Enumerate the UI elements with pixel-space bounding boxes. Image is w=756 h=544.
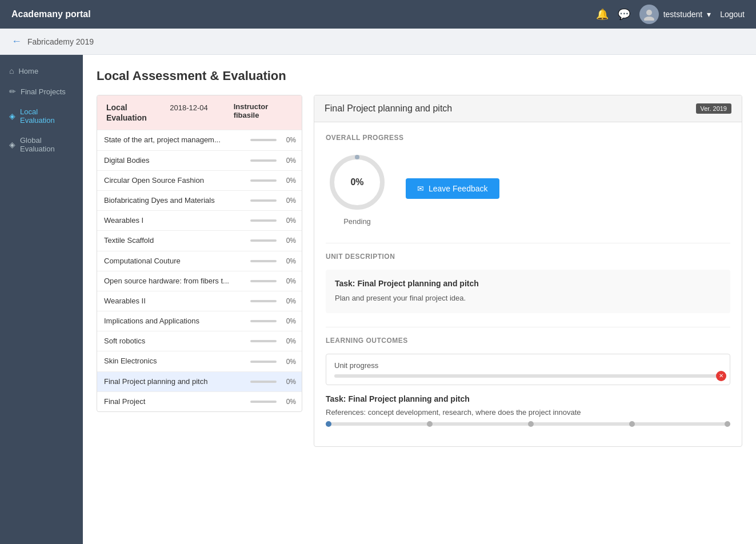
eval-rows-container: State of the art, project managem... 0% …: [97, 130, 302, 411]
row-name: Final Project planning and pitch: [97, 377, 245, 387]
divider-1: [326, 243, 730, 243]
breadcrumb-bar: ← Fabricademy 2019: [0, 29, 756, 55]
row-name: State of the art, project managem...: [97, 135, 245, 145]
row-name: Digital Bodies: [97, 155, 245, 166]
table-row[interactable]: Final Project 0%: [97, 391, 302, 411]
unit-card-body: OVERALL PROGRESS 0%: [314, 122, 742, 446]
row-progress: 0%: [245, 177, 302, 185]
table-row[interactable]: Open source hardware: from fibers t... 0…: [97, 271, 302, 291]
circle-container: 0%: [326, 151, 389, 214]
chat-icon[interactable]: 💬: [618, 8, 630, 21]
unit-description-section: UNIT DESCRIPTION Task: Final Project pla…: [326, 253, 730, 313]
row-name: Computational Couture: [97, 256, 245, 266]
progress-bar: [250, 139, 277, 141]
user-menu[interactable]: teststudent ▾: [639, 5, 711, 24]
progress-dot-4: [725, 421, 730, 427]
table-row[interactable]: Soft robotics 0%: [97, 331, 302, 351]
back-button[interactable]: ←: [11, 35, 22, 47]
table-row[interactable]: Digital Bodies 0%: [97, 150, 302, 170]
username-label: teststudent: [663, 10, 703, 19]
unit-card: Final Project planning and pitch Ver. 20…: [314, 95, 742, 447]
description-task-label: Task: Final Project planning and pitch: [335, 279, 721, 288]
progress-pct: 0%: [280, 277, 296, 285]
row-progress: 0%: [245, 157, 302, 165]
progress-bar: [250, 159, 277, 162]
envelope-icon: ✉: [417, 184, 424, 193]
table-row[interactable]: State of the art, project managem... 0%: [97, 130, 302, 150]
row-name: Circular Open Source Fashion: [97, 175, 245, 186]
unit-progress-x-button[interactable]: ✕: [716, 371, 726, 381]
svg-point-0: [646, 10, 652, 15]
circle-status: Pending: [326, 217, 389, 226]
table-row[interactable]: Circular Open Source Fashion 0%: [97, 170, 302, 190]
table-row[interactable]: Final Project planning and pitch 0%: [97, 371, 302, 391]
eval-table-header: Local Evaluation 2018-12-04 Instructor f…: [97, 95, 302, 130]
unit-progress-card: Unit progress ✕: [326, 354, 730, 385]
progress-pct: 0%: [280, 157, 296, 165]
progress-pct: 0%: [280, 217, 296, 225]
progress-dot-3: [629, 421, 635, 427]
table-row[interactable]: Implications and Applications 0%: [97, 311, 302, 331]
row-name: Biofabricating Dyes and Materials: [97, 195, 245, 206]
circle-percent: 0%: [350, 177, 363, 187]
row-progress: 0%: [245, 378, 302, 386]
content-area: Local Assessment & Evaluation Local Eval…: [83, 55, 756, 544]
unit-progress-bar: [334, 374, 722, 378]
sidebar-item-local-evaluation[interactable]: ◈ Local Evaluation: [0, 102, 83, 130]
row-progress: 0%: [245, 398, 302, 406]
unit-card-title: Final Project planning and pitch: [325, 103, 452, 114]
pencil-icon: ✏: [9, 87, 16, 96]
progress-pct: 0%: [280, 177, 296, 185]
progress-bar: [250, 340, 277, 342]
eval-table: Local Evaluation 2018-12-04 Instructor f…: [97, 95, 302, 412]
progress-pct: 0%: [280, 297, 296, 305]
progress-dot-0: [326, 421, 331, 427]
table-row[interactable]: Textile Scaffold 0%: [97, 230, 302, 250]
sidebar-item-global-eval-label: Global Evaluation: [20, 136, 74, 153]
sidebar: ⌂ Home ✏ Final Projects ◈ Local Evaluati…: [0, 55, 83, 544]
progress-bar: [250, 381, 277, 383]
unit-card-header: Final Project planning and pitch Ver. 20…: [314, 95, 742, 122]
table-row[interactable]: Skin Electronics 0%: [97, 351, 302, 371]
row-name: Soft robotics: [97, 336, 245, 346]
learning-outcomes-title: LEARNING OUTCOMES: [326, 337, 730, 345]
unit-description-title: UNIT DESCRIPTION: [326, 253, 730, 261]
row-name: Textile Scaffold: [97, 235, 245, 246]
leave-feedback-button[interactable]: ✉ Leave Feedback: [406, 178, 499, 199]
table-row[interactable]: Biofabricating Dyes and Materials 0%: [97, 190, 302, 210]
progress-dot-2: [528, 421, 534, 427]
row-name: Open source hardware: from fibers t...: [97, 276, 245, 286]
progress-pct: 0%: [280, 358, 296, 366]
row-progress: 0%: [245, 297, 302, 305]
two-col-layout: Local Evaluation 2018-12-04 Instructor f…: [97, 95, 742, 447]
chevron-down-icon: ▾: [707, 10, 711, 19]
main-layout: ⌂ Home ✏ Final Projects ◈ Local Evaluati…: [0, 55, 756, 544]
sidebar-item-final-projects[interactable]: ✏ Final Projects: [0, 81, 83, 102]
unit-progress-bar-wrapper: ✕: [334, 374, 722, 378]
home-icon: ⌂: [9, 66, 14, 75]
overall-progress-title: OVERALL PROGRESS: [326, 134, 730, 142]
avatar: [639, 5, 659, 24]
sidebar-item-global-evaluation[interactable]: ◈ Global Evaluation: [0, 130, 83, 159]
bell-icon[interactable]: 🔔: [596, 8, 609, 21]
table-row[interactable]: Computational Couture 0%: [97, 251, 302, 271]
page-title: Local Assessment & Evaluation: [97, 69, 742, 83]
row-name: Wearables II: [97, 296, 245, 306]
progress-pct: 0%: [280, 317, 296, 325]
table-row[interactable]: Wearables I 0%: [97, 210, 302, 230]
row-progress: 0%: [245, 217, 302, 225]
navbar-brand: Academany portal: [11, 9, 91, 19]
progress-track: [326, 422, 730, 426]
left-panel: Local Evaluation 2018-12-04 Instructor f…: [97, 95, 302, 447]
table-row[interactable]: Wearables II 0%: [97, 291, 302, 311]
learning-task-label: Task: Final Project planning and pitch: [326, 394, 730, 403]
progress-bar: [250, 239, 277, 242]
eval-header-date: 2018-12-04: [170, 102, 229, 123]
progress-dot-1: [427, 421, 433, 427]
global-eval-icon: ◈: [9, 140, 15, 149]
progress-pct: 0%: [280, 197, 296, 205]
sidebar-item-home[interactable]: ⌂ Home: [0, 61, 83, 81]
description-task-text: Plan and present your final project idea…: [335, 293, 721, 304]
logout-button[interactable]: Logout: [720, 10, 745, 19]
unit-progress-label: Unit progress: [334, 361, 722, 370]
